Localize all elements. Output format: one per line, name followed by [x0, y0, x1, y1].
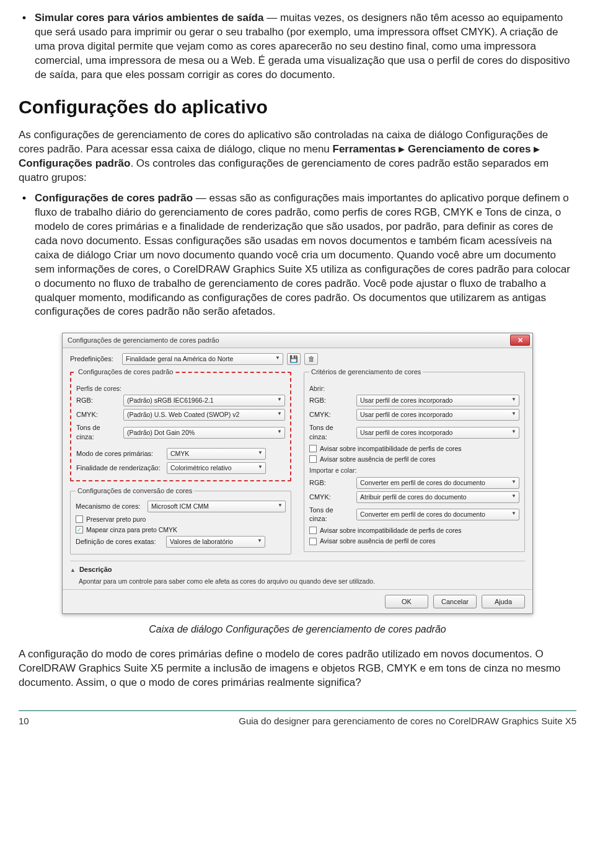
checkbox-icon [309, 538, 317, 545]
presets-row: Predefinições: Finalidade geral na Améri… [70, 353, 525, 365]
cmyk-profile-dropdown[interactable]: (Padrão) U.S. Web Coated (SWOP) v2 [123, 409, 285, 421]
conv-legend: Configurações de conversão de cores [76, 486, 194, 496]
warn-mismatch-import-checkbox[interactable]: Avisar sobre incompatibilidade de perfis… [309, 526, 519, 535]
gray-profile-dropdown[interactable]: (Padrão) Dot Gain 20% [123, 427, 285, 439]
warn-mismatch-import-label: Avisar sobre incompatibilidade de perfis… [320, 526, 462, 535]
save-preset-icon[interactable]: 💾 [287, 353, 301, 365]
import-rgb-label: RGB: [309, 478, 353, 488]
import-gray-label: Tons de cinza: [309, 506, 353, 524]
cmyk-label: CMYK: [76, 410, 120, 419]
presets-dropdown[interactable]: Finalidade geral na América do Norte [122, 353, 283, 365]
spot-def-label: Definição de cores exatas: [76, 537, 162, 546]
warn-missing-import-label: Avisar sobre ausência de perfil de cores [320, 537, 436, 545]
description-text: Apontar para um controle para saber como… [70, 577, 525, 585]
close-icon[interactable]: ✕ [510, 335, 530, 346]
preserve-black-label: Preservar preto puro [86, 515, 146, 524]
import-cmyk-label: CMYK: [309, 493, 353, 502]
rgb-label: RGB: [76, 396, 120, 405]
import-rgb-dropdown[interactable]: Converter em perfil de cores do document… [356, 477, 519, 489]
ok-button[interactable]: OK [385, 595, 428, 608]
color-settings-dialog: Configurações de gerenciamento de cores … [62, 333, 533, 614]
rendering-intent-label: Finalidade de renderização: [76, 463, 163, 473]
spot-def-dropdown[interactable]: Valores de laboratório [166, 536, 265, 548]
warn-missing-import-checkbox[interactable]: Avisar sobre ausência de perfil de cores [309, 537, 519, 545]
intro-bullet-list: Simular cores para vários ambientes de s… [22, 11, 576, 82]
menu-ferramentas: Ferramentas [333, 143, 396, 155]
dialog-figure: Configurações de gerenciamento de cores … [19, 333, 576, 614]
footer-title: Guia do designer para gerenciamento de c… [239, 715, 576, 727]
section-heading: Configurações do aplicativo [19, 95, 576, 120]
delete-preset-icon[interactable]: 🗑 [304, 353, 318, 365]
engine-label: Mecanismo de cores: [76, 502, 144, 511]
open-rgb-label: RGB: [309, 396, 353, 405]
warn-missing-open-label: Avisar sobre ausência de perfil de cores [320, 455, 436, 463]
open-rgb-dropdown[interactable]: Usar perfil de cores incorporado [356, 395, 519, 406]
para-primary-mode: A configuração do modo de cores primária… [19, 647, 576, 690]
import-gray-dropdown[interactable]: Converter em perfil de cores do document… [356, 509, 519, 520]
cancel-button[interactable]: Cancelar [433, 595, 477, 608]
intro-bullet-title: Simular cores para vários ambientes de s… [35, 12, 263, 24]
chevron-right-icon: ▶ [399, 144, 405, 154]
open-header: Abrir: [309, 384, 519, 393]
description-area: ▲ Descrição Apontar para um controle par… [70, 561, 525, 585]
primary-mode-dropdown[interactable]: CMYK [167, 448, 266, 460]
help-button[interactable]: Ajuda [482, 595, 525, 608]
bullet-config-cores: Configurações de cores padrão — essas sã… [22, 191, 576, 319]
color-policy-group: Critérios de gerenciamento de cores Abri… [304, 367, 525, 551]
description-title: Descrição [79, 565, 112, 574]
presets-label: Predefinições: [70, 354, 118, 364]
checkbox-icon [309, 527, 317, 534]
map-gray-label: Mapear cinza para preto CMYK [86, 525, 177, 534]
page-number: 10 [19, 715, 29, 727]
figure-caption: Caixa de diálogo Configurações de gerenc… [19, 623, 576, 636]
import-cmyk-dropdown[interactable]: Atribuir perfil de cores do documento [356, 491, 519, 503]
bullet2-title: Configurações de cores padrão [35, 192, 193, 204]
warn-missing-open-checkbox[interactable]: Avisar sobre ausência de perfil de cores [309, 455, 519, 463]
chevron-up-icon[interactable]: ▲ [70, 566, 76, 574]
default-color-settings-group: Configurações de cores padrão Perfis de … [70, 367, 291, 481]
open-cmyk-label: CMYK: [309, 410, 353, 419]
preserve-black-checkbox[interactable]: Preservar preto puro [76, 515, 286, 524]
rendering-intent-dropdown[interactable]: Colorimétrico relativo [167, 462, 266, 474]
color-engine-dropdown[interactable]: Microsoft ICM CMM [148, 501, 286, 512]
right-legend: Critérios de gerenciamento de cores [309, 367, 423, 377]
menu-config-padrao: Configurações padrão [19, 157, 130, 169]
dialog-title-text: Configurações de gerenciamento de cores … [68, 336, 219, 345]
bullet2-text: — essas são as configurações mais import… [35, 192, 570, 318]
para-app-settings: As configurações de gerenciamento de cor… [19, 128, 576, 185]
checkbox-icon [309, 455, 317, 463]
primary-mode-label: Modo de cores primárias: [76, 449, 163, 458]
dialog-titlebar: Configurações de gerenciamento de cores … [63, 333, 532, 348]
menu-gerenciamento: Gerenciamento de cores [408, 143, 531, 155]
import-header: Importar e colar: [309, 466, 519, 475]
color-conversion-group: Configurações de conversão de cores Meca… [70, 486, 291, 555]
page-footer: 10 Guia do designer para gerenciamento d… [19, 710, 576, 727]
chevron-right-icon: ▶ [534, 144, 540, 154]
warn-mismatch-open-label: Avisar sobre incompatibilidade de perfis… [320, 444, 462, 453]
map-gray-checkbox[interactable]: ✓ Mapear cinza para preto CMYK [76, 525, 286, 534]
bullet-list-2: Configurações de cores padrão — essas sã… [22, 191, 576, 319]
gray-label: Tons de cinza: [76, 423, 120, 442]
checkbox-checked-icon: ✓ [76, 526, 83, 533]
open-cmyk-dropdown[interactable]: Usar perfil de cores incorporado [356, 409, 519, 421]
open-gray-dropdown[interactable]: Usar perfil de cores incorporado [356, 427, 519, 439]
dialog-footer: OK Cancelar Ajuda [63, 589, 532, 613]
open-gray-label: Tons de cinza: [309, 423, 353, 442]
rgb-profile-dropdown[interactable]: (Padrão) sRGB IEC61966-2.1 [123, 395, 285, 406]
intro-bullet: Simular cores para vários ambientes de s… [22, 11, 576, 82]
profiles-header: Perfis de cores: [76, 384, 285, 393]
left-legend: Configurações de cores padrão [76, 367, 175, 377]
checkbox-icon [76, 515, 83, 523]
warn-mismatch-open-checkbox[interactable]: Avisar sobre incompatibilidade de perfis… [309, 444, 519, 453]
checkbox-icon [309, 445, 317, 452]
